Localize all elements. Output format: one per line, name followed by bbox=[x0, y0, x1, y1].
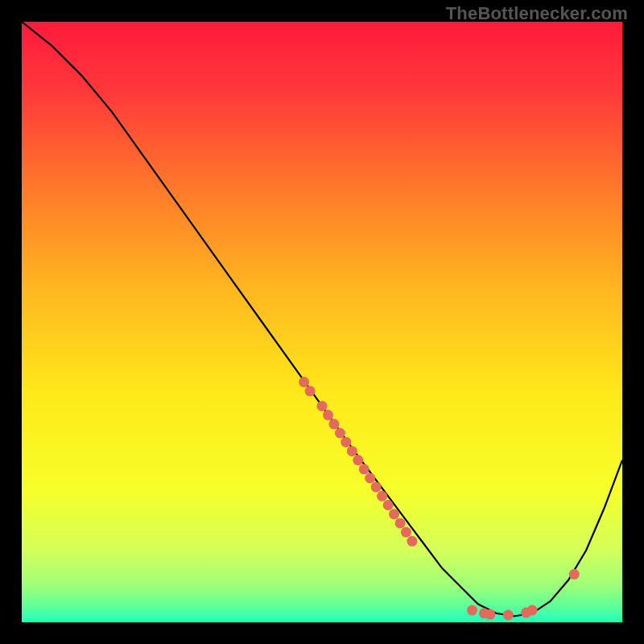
data-point bbox=[347, 446, 357, 456]
data-point bbox=[395, 518, 406, 528]
data-point bbox=[371, 482, 382, 493]
data-point bbox=[328, 419, 339, 429]
data-point bbox=[467, 605, 477, 616]
data-point bbox=[389, 509, 399, 519]
data-point bbox=[317, 401, 328, 411]
data-point bbox=[341, 437, 351, 448]
data-point bbox=[407, 536, 417, 547]
data-point bbox=[299, 377, 309, 387]
bottleneck-curve-chart bbox=[0, 0, 644, 644]
data-point bbox=[383, 500, 394, 510]
data-point bbox=[305, 386, 316, 396]
data-point bbox=[323, 410, 333, 420]
data-point bbox=[527, 605, 538, 616]
data-point bbox=[377, 491, 387, 502]
data-point bbox=[569, 569, 580, 580]
data-point bbox=[503, 610, 514, 621]
watermark-text: TheBottlenecker.com bbox=[446, 3, 628, 24]
data-point bbox=[359, 464, 369, 474]
data-point bbox=[335, 428, 345, 439]
data-point bbox=[485, 609, 495, 620]
data-point bbox=[353, 455, 363, 465]
data-point bbox=[401, 527, 411, 538]
chart-frame: TheBottlenecker.com bbox=[0, 0, 644, 644]
data-point bbox=[365, 473, 375, 484]
